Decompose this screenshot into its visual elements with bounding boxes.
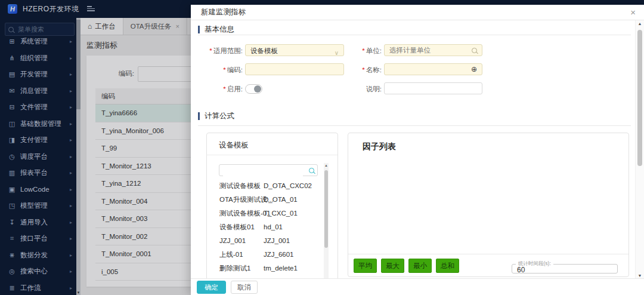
section-basic-info: 基本信息 — [198, 24, 234, 35]
device-name: 删除测试1 — [219, 265, 250, 272]
aggregate-button[interactable]: 最大 — [381, 259, 404, 273]
aggregate-buttons: 平均最大最小总和 — [354, 259, 459, 273]
chevron-down-icon: ∨ — [335, 47, 339, 59]
section-bar — [198, 26, 200, 33]
device-code: D_OTA_CXC02 — [264, 179, 312, 193]
aggregate-button[interactable]: 总和 — [436, 259, 459, 273]
device-name: 测试设备模板 — [219, 182, 261, 189]
device-name: 上线-01 — [219, 251, 243, 258]
modal-title: 新建监测指标 — [201, 8, 246, 16]
device-name: JZJ_001 — [219, 237, 246, 244]
device-code: JZJ_6601 — [264, 248, 294, 262]
section-formula-label: 计算公式 — [205, 111, 234, 121]
device-code: hd_01 — [264, 220, 283, 234]
search-icon — [309, 167, 314, 175]
device-template-item[interactable]: 测试设备模板 D_OTA_CXC02 — [207, 179, 320, 193]
desc-label: 说明: — [340, 82, 382, 96]
scroll-down-icon[interactable]: ▼ — [636, 274, 644, 278]
stat-period-field[interactable]: 统计时间段(s): 60 — [512, 260, 618, 274]
unit-label: *单位: — [340, 44, 382, 57]
scope-select[interactable]: 设备模板 ∨ — [245, 44, 344, 56]
device-list-scrollbar-thumb[interactable] — [324, 170, 328, 248]
aggregate-button[interactable]: 平均 — [354, 259, 377, 273]
section-bar — [198, 112, 200, 120]
search-icon — [472, 47, 477, 55]
device-list-scrollbar[interactable]: ▲ — [324, 163, 329, 279]
modal-scrollbar[interactable]: ▲ ▼ — [635, 20, 644, 279]
scope-label: *适用范围: — [191, 44, 243, 57]
device-code: JZJ_001 — [264, 234, 290, 248]
name-input[interactable] — [384, 63, 482, 75]
device-panel-title: 设备模板 — [219, 140, 249, 150]
divider — [198, 35, 631, 35]
device-name: 测试设备模板-01 — [219, 210, 271, 217]
toggle-knob — [254, 85, 261, 93]
globe-icon[interactable]: ⊕ — [471, 64, 477, 74]
device-code: T_CXC_01 — [264, 207, 298, 220]
enabled-toggle[interactable] — [245, 84, 262, 94]
device-template-item[interactable]: 测试设备模板-01 T_CXC_01 — [207, 207, 320, 220]
name-label: *名称: — [340, 63, 382, 76]
section-basic-label: 基本信息 — [205, 24, 234, 35]
device-search-input[interactable] — [223, 165, 303, 176]
factor-panel-title: 因子列表 — [363, 142, 396, 152]
close-icon[interactable]: × — [630, 6, 636, 19]
device-template-item[interactable]: 上线-01 JZJ_6601 — [207, 248, 320, 262]
device-template-item[interactable]: JZJ_001 JZJ_001 — [207, 234, 320, 248]
device-template-panel: 设备模板 测试设备模板 D_OTA_CXC02 OTA升级测试设... D_OT… — [206, 133, 338, 279]
device-template-item[interactable]: OTA升级测试设... D_OTA_01 — [207, 193, 320, 207]
new-indicator-modal: 新建监测指标 × 基本信息 *适用范围: 设备模板 ∨ *单位: *编码: *名… — [191, 5, 644, 295]
scroll-up-icon[interactable]: ▲ — [636, 21, 644, 26]
unit-input[interactable] — [384, 44, 482, 56]
confirm-button[interactable]: 确定 — [197, 281, 226, 294]
code-input[interactable] — [245, 63, 344, 75]
factor-panel-footer: 平均最大最小总和 统计时间段(s): 60 — [348, 254, 628, 276]
modal-body: 基本信息 *适用范围: 设备模板 ∨ *单位: *编码: *名称: ⊕ *启用: — [191, 20, 636, 279]
device-code: tm_delete1 — [264, 262, 298, 275]
modal-header: 新建监测指标 — [191, 5, 644, 20]
aggregate-button[interactable]: 最小 — [408, 259, 432, 273]
section-formula: 计算公式 — [198, 111, 234, 121]
scroll-up-icon[interactable]: ▲ — [324, 164, 329, 167]
device-search-box[interactable] — [219, 164, 318, 176]
cancel-button[interactable]: 取消 — [231, 281, 258, 294]
device-template-item[interactable]: 删除测试1 tm_delete1 — [207, 262, 320, 275]
enabled-label: *启用: — [191, 82, 243, 96]
modal-scrollbar-thumb[interactable] — [637, 30, 642, 166]
modal-footer: 确定 取消 — [191, 278, 644, 295]
device-name: 设备模板01 — [219, 223, 255, 231]
desc-input[interactable] — [384, 82, 482, 94]
code-label: *编码: — [191, 63, 243, 76]
required-mark: * — [209, 47, 212, 54]
divider — [198, 125, 631, 126]
divider — [207, 155, 338, 155]
device-code: D_OTA_01 — [264, 193, 298, 207]
factor-list-panel: 因子列表 平均最大最小总和 统计时间段(s): 60 — [348, 133, 629, 277]
scope-value: 设备模板 — [250, 47, 278, 54]
device-template-item[interactable]: 设备模板01 hd_01 — [207, 220, 320, 234]
device-template-list: 测试设备模板 D_OTA_CXC02 OTA升级测试设... D_OTA_01 … — [207, 179, 320, 279]
